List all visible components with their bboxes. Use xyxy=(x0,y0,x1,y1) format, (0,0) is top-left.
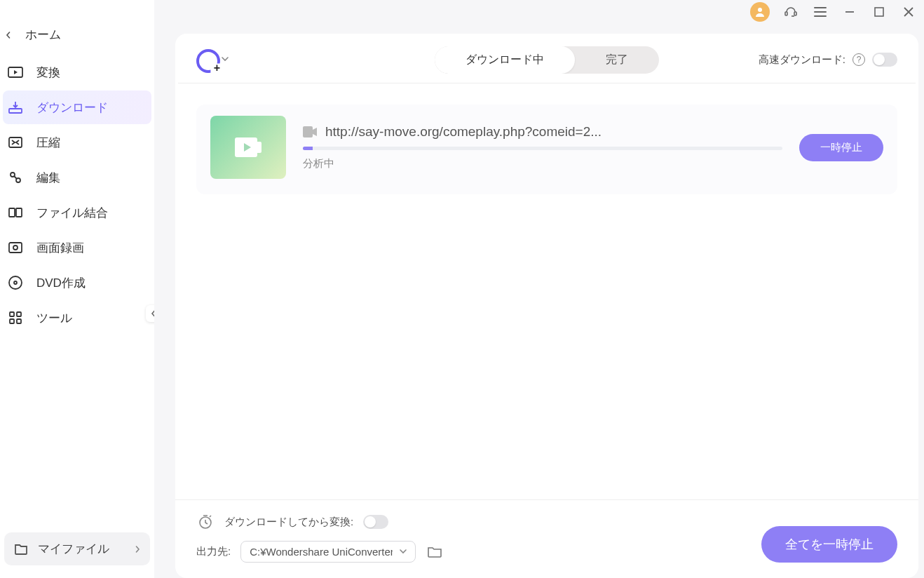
svg-rect-20 xyxy=(254,142,261,153)
maximize-button[interactable] xyxy=(871,4,888,20)
sidebar-item-compress[interactable]: 圧縮 xyxy=(3,126,151,159)
sidebar-myfiles[interactable]: マイファイル xyxy=(4,532,150,565)
chevron-down-icon xyxy=(400,549,407,555)
sidebar-item-label: DVD作成 xyxy=(36,275,86,291)
folder-icon xyxy=(14,543,28,556)
download-url: http://say-move.org/comeplay.php?comeid=… xyxy=(325,124,602,140)
add-url-button[interactable] xyxy=(196,49,229,70)
dvd-icon xyxy=(7,274,24,291)
tools-icon xyxy=(7,309,24,326)
tab-completed[interactable]: 完了 xyxy=(575,46,659,74)
pause-button[interactable]: 一時停止 xyxy=(799,134,883,161)
open-folder-button[interactable] xyxy=(426,544,444,560)
sidebar-item-dvd[interactable]: DVD作成 xyxy=(3,266,151,300)
sidebar-item-download[interactable]: ダウンロード xyxy=(3,90,151,124)
help-icon[interactable]: ? xyxy=(852,53,865,66)
sidebar-item-label: 変換 xyxy=(36,65,60,81)
sidebar-item-label: 画面録画 xyxy=(36,240,84,256)
sidebar-item-record[interactable]: 画面録画 xyxy=(3,231,151,264)
schedule-icon[interactable] xyxy=(196,513,215,531)
output-label: 出力先: xyxy=(196,545,231,558)
svg-point-9 xyxy=(9,276,22,289)
support-icon[interactable] xyxy=(782,4,799,20)
svg-rect-6 xyxy=(16,208,22,217)
sidebar-item-edit[interactable]: 編集 xyxy=(3,161,151,194)
compress-icon xyxy=(7,134,24,151)
edit-icon xyxy=(7,169,24,186)
svg-rect-17 xyxy=(794,12,796,15)
sidebar-item-label: 圧縮 xyxy=(36,135,60,151)
account-button[interactable] xyxy=(750,2,770,22)
svg-rect-5 xyxy=(9,208,15,217)
panel-footer: ダウンロードしてから変換: 出力先: C:¥Wondershare UniCon… xyxy=(175,499,918,578)
svg-rect-12 xyxy=(17,312,21,316)
sidebar-home-label: ホーム xyxy=(25,27,61,43)
download-icon xyxy=(7,99,24,116)
panel-header: ダウンロード中 完了 高速ダウンロード: ? xyxy=(175,34,918,83)
svg-rect-21 xyxy=(303,126,313,137)
chevron-down-icon xyxy=(222,57,229,62)
content-panel: ダウンロード中 完了 高速ダウンロード: ? xyxy=(175,34,918,578)
progress-bar xyxy=(303,147,782,150)
convert-after-label: ダウンロードしてから変換: xyxy=(224,516,353,529)
tab-label: 完了 xyxy=(606,53,628,65)
chevron-right-icon xyxy=(135,546,140,553)
svg-point-10 xyxy=(14,281,17,284)
svg-rect-14 xyxy=(17,319,21,323)
sidebar-item-tools[interactable]: ツール xyxy=(3,301,151,335)
minimize-button[interactable] xyxy=(841,4,858,20)
download-item: http://say-move.org/comeplay.php?comeid=… xyxy=(196,105,897,194)
sidebar-item-label: ダウンロード xyxy=(36,100,108,116)
pause-all-label: 全てを一時停止 xyxy=(785,537,874,551)
svg-rect-13 xyxy=(10,319,14,323)
thumbnail xyxy=(210,116,286,179)
svg-point-3 xyxy=(11,173,15,177)
svg-rect-16 xyxy=(785,12,787,15)
output-path-select[interactable]: C:¥Wondershare UniConverter 1 xyxy=(240,541,416,563)
convert-after-toggle[interactable] xyxy=(363,515,388,529)
tab-label: ダウンロード中 xyxy=(466,53,544,65)
sidebar-item-label: ツール xyxy=(36,310,72,326)
tab-downloading[interactable]: ダウンロード中 xyxy=(435,46,575,74)
svg-rect-7 xyxy=(9,243,22,253)
link-plus-icon xyxy=(196,49,217,70)
sidebar-item-label: ファイル結合 xyxy=(36,205,108,221)
svg-point-15 xyxy=(758,8,762,12)
close-button[interactable] xyxy=(900,4,917,20)
sidebar-item-label: 編集 xyxy=(36,170,60,186)
myfiles-label: マイファイル xyxy=(38,541,109,557)
output-path-text: C:¥Wondershare UniConverter 1 xyxy=(250,546,393,558)
convert-icon xyxy=(7,64,24,81)
sidebar-item-convert[interactable]: 変換 xyxy=(3,55,151,89)
titlebar xyxy=(154,0,924,21)
svg-rect-18 xyxy=(875,8,883,16)
video-icon xyxy=(303,126,317,137)
merge-icon xyxy=(7,204,24,221)
menu-icon[interactable] xyxy=(812,4,829,20)
svg-point-4 xyxy=(16,178,20,182)
pause-button-label: 一時停止 xyxy=(820,141,862,153)
svg-rect-1 xyxy=(9,109,22,113)
download-list: http://say-move.org/comeplay.php?comeid=… xyxy=(175,83,918,499)
svg-point-8 xyxy=(13,246,18,250)
fast-download-toggle[interactable] xyxy=(872,53,897,67)
fast-download-label: 高速ダウンロード: xyxy=(759,53,845,67)
download-status: 分析中 xyxy=(303,157,782,170)
sidebar-item-merge[interactable]: ファイル結合 xyxy=(3,196,151,229)
sidebar-home[interactable]: ホーム xyxy=(0,15,154,54)
sidebar: ホーム 変換 ダウンロード 圧縮 xyxy=(0,0,154,578)
record-icon xyxy=(7,239,24,256)
tabs: ダウンロード中 完了 xyxy=(435,46,659,74)
pause-all-button[interactable]: 全てを一時停止 xyxy=(761,526,897,563)
main-area: ダウンロード中 完了 高速ダウンロード: ? xyxy=(154,0,924,578)
svg-rect-11 xyxy=(10,312,14,316)
chevron-left-icon xyxy=(4,31,13,39)
